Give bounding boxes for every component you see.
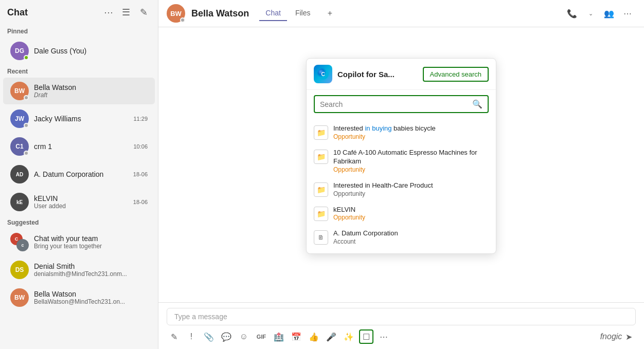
- chat-name-bella: Bella Watson: [34, 83, 148, 91]
- send-button[interactable]: ➤: [621, 329, 636, 344]
- chat-sub-bella-sugg: BellaWatson@MindTech231.on...: [34, 298, 148, 305]
- result-icon-5: 🗎: [314, 230, 328, 245]
- format-icon[interactable]: ✎: [167, 329, 181, 344]
- search-bar[interactable]: 🔍: [314, 95, 489, 113]
- more-toolbar-icon[interactable]: ⋯: [377, 329, 391, 344]
- result-icon-4: 📁: [314, 207, 328, 221]
- brand-label: fnogic: [604, 329, 618, 344]
- result-info-2: 10 Café A-100 Automatic Espresso Machine…: [333, 149, 489, 173]
- attach-icon[interactable]: 📎: [202, 329, 216, 344]
- sticker-icon[interactable]: 🏥: [272, 329, 286, 344]
- result-item-2[interactable]: 📁 10 Café A-100 Automatic Espresso Machi…: [307, 144, 496, 177]
- avatar-jacky: JW: [10, 109, 29, 128]
- chat-sub-bella: Draft: [34, 91, 148, 99]
- chat-time-kelvin: 18-06: [133, 199, 148, 205]
- result-item-1[interactable]: 📁 Interested in buying babies bicycle Op…: [307, 120, 496, 144]
- chat-name-jacky: Jacky Williams: [34, 115, 128, 123]
- suggested-section-label: Suggested: [0, 216, 158, 228]
- sidebar-item-denial[interactable]: DS Denial Smith denialsmith@MindTech231.…: [3, 256, 155, 283]
- result-item-5[interactable]: 🗎 A. Datum Corporation Account: [307, 225, 496, 249]
- result-item-4[interactable]: 📁 kELVIN Opportunity: [307, 201, 496, 226]
- status-jacky: [24, 123, 29, 128]
- header-actions: 📞 ⌄ 👥 ⋯: [564, 5, 636, 22]
- result-info-3: Interested in Health-Care Product Opport…: [333, 181, 489, 197]
- sidebar-item-crm1[interactable]: C1 crm 1 10:06: [3, 133, 155, 160]
- sidebar-item-dale[interactable]: DG Dale Guss (You): [3, 38, 155, 64]
- search-input[interactable]: [320, 100, 468, 108]
- result-type-3: Opportunity: [333, 190, 489, 197]
- call-icon[interactable]: 📞: [564, 5, 580, 22]
- add-tab-button[interactable]: +: [323, 6, 337, 21]
- sidebar: Chat ⋯ ☰ ✎ Pinned DG Dale Guss (You) Rec…: [0, 0, 158, 349]
- participants-icon[interactable]: 👥: [601, 5, 617, 22]
- alert-icon[interactable]: !: [184, 329, 199, 344]
- result-name-1: Interested in buying babies bicycle: [333, 124, 489, 133]
- more-options-icon[interactable]: ⋯: [101, 5, 116, 20]
- copilot-active-icon[interactable]: ☐: [359, 329, 373, 344]
- advanced-search-button[interactable]: Advanced search: [423, 67, 489, 82]
- result-type-4: Opportunity: [333, 214, 489, 221]
- chat-name-adatum: A. Datum Corporation: [34, 170, 128, 178]
- like-icon[interactable]: 👍: [307, 329, 321, 344]
- chat-time-crm1: 10:06: [133, 143, 148, 150]
- sidebar-title: Chat: [7, 7, 97, 18]
- filter-icon[interactable]: ☰: [119, 5, 133, 20]
- chat-time-jacky: 11:29: [133, 116, 148, 122]
- result-icon-1: 📁: [314, 125, 328, 140]
- result-icon-3: 📁: [314, 182, 328, 197]
- gif-icon[interactable]: GIF: [254, 329, 269, 344]
- result-type-5: Account: [333, 238, 489, 245]
- tab-chat[interactable]: Chat: [259, 6, 287, 21]
- chat-info-bella: Bella Watson Draft: [34, 83, 148, 99]
- avatar-bella-sugg: BW: [10, 288, 29, 307]
- more-header-icon[interactable]: ⋯: [619, 5, 636, 22]
- chat-info-jacky: Jacky Williams: [34, 115, 128, 123]
- compose-icon[interactable]: ✎: [136, 5, 151, 20]
- result-name-5: A. Datum Corporation: [333, 229, 489, 238]
- sidebar-item-chatteam[interactable]: C c Chat with your team Bring your team …: [3, 229, 155, 255]
- avatar-dale: DG: [10, 42, 29, 60]
- chat-name-chatteam: Chat with your team: [34, 234, 148, 243]
- recent-section-label: Recent: [0, 65, 158, 77]
- avatar-kelvin: kE: [10, 193, 29, 211]
- chat-name-bella-sugg: Bella Watson: [34, 290, 148, 298]
- header-avatar: BW: [167, 4, 185, 23]
- chat-sub-chatteam: Bring your team together: [34, 243, 148, 250]
- chat-info-kelvin: kELVIN User added: [34, 194, 128, 210]
- chat-info-chatteam: Chat with your team Bring your team toge…: [34, 234, 148, 250]
- chat-info-dale: Dale Guss (You): [34, 47, 148, 55]
- avatar-adatum: AD: [10, 165, 29, 183]
- result-name-2: 10 Café A-100 Automatic Espresso Machine…: [333, 149, 489, 166]
- result-type-2: Opportunity: [333, 166, 489, 173]
- search-icon: 🔍: [472, 99, 482, 109]
- sidebar-item-bella-sugg[interactable]: BW Bella Watson BellaWatson@MindTech231.…: [3, 284, 155, 311]
- chat-name-crm1: crm 1: [34, 142, 128, 151]
- emoji-icon[interactable]: ☺: [237, 329, 251, 344]
- sidebar-item-bella[interactable]: BW Bella Watson Draft: [3, 78, 155, 104]
- status-online: [24, 55, 29, 60]
- message-input-placeholder[interactable]: Type a message: [167, 308, 636, 325]
- sidebar-item-kelvin[interactable]: kE kELVIN User added 18-06: [3, 189, 155, 215]
- avatar-crm1: C1: [10, 137, 29, 156]
- main-panel: BW Bella Watson Chat Files + 📞 ⌄ 👥 ⋯: [158, 0, 644, 349]
- avatar-bella: BW: [10, 82, 29, 100]
- mic-icon[interactable]: 🎤: [324, 329, 338, 344]
- chat-info-bella-sugg: Bella Watson BellaWatson@MindTech231.on.…: [34, 290, 148, 305]
- message-bar: Type a message ✎ ! 📎 💬 ☺ GIF 🏥 📅 👍 🎤 ✨ ☐…: [158, 302, 644, 349]
- avatar-denial: DS: [10, 261, 29, 279]
- chat-info-denial: Denial Smith denialsmith@MindTech231.onm…: [34, 262, 148, 278]
- result-item-3[interactable]: 📁 Interested in Health-Care Product Oppo…: [307, 177, 496, 201]
- result-info-4: kELVIN Opportunity: [333, 206, 489, 222]
- copilot-icon[interactable]: ✨: [342, 329, 356, 344]
- chat-name-denial: Denial Smith: [34, 262, 148, 270]
- schedule-icon[interactable]: 📅: [289, 329, 303, 344]
- tab-files[interactable]: Files: [289, 6, 317, 21]
- call-chevron-icon[interactable]: ⌄: [582, 5, 599, 22]
- result-info-5: A. Datum Corporation Account: [333, 229, 489, 245]
- copilot-popup: C Copilot for Sa... Advanced search 🔍 📁 …: [306, 58, 496, 254]
- sidebar-item-adatum[interactable]: AD A. Datum Corporation 18-06: [3, 161, 155, 188]
- chat-bubble-icon[interactable]: 💬: [219, 329, 234, 344]
- sidebar-item-jacky[interactable]: JW Jacky Williams 11:29: [3, 105, 155, 132]
- result-type-1: Opportunity: [333, 133, 489, 140]
- search-results: 📁 Interested in buying babies bicycle Op…: [307, 118, 496, 253]
